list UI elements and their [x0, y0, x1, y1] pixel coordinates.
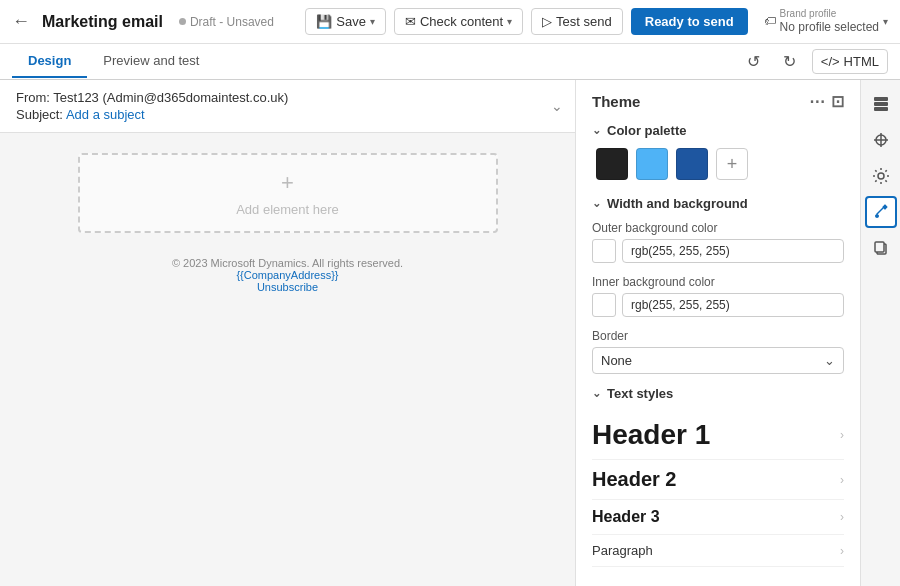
- color-swatch-dark[interactable]: [596, 148, 628, 180]
- add-subject-link[interactable]: Add a subject: [66, 107, 145, 122]
- width-background-toggle[interactable]: ⌄ Width and background: [592, 196, 844, 211]
- check-content-arrow[interactable]: ▾: [507, 16, 512, 27]
- paragraph-label: Paragraph: [592, 543, 653, 558]
- check-content-label: Check content: [420, 14, 503, 29]
- toolbar-right: ↺ ↻ </> HTML: [740, 48, 888, 76]
- html-button[interactable]: </> HTML: [812, 49, 888, 74]
- redo-button[interactable]: ↻: [776, 48, 804, 76]
- save-label: Save: [336, 14, 366, 29]
- text-styles-label: Text styles: [607, 386, 673, 401]
- collapse-meta-button[interactable]: ⌄: [551, 98, 563, 114]
- color-add-button[interactable]: +: [716, 148, 748, 180]
- add-element-box[interactable]: + Add element here: [78, 153, 498, 233]
- svg-rect-1: [874, 102, 888, 106]
- h1-chevron: ›: [840, 428, 844, 442]
- email-footer: © 2023 Microsoft Dynamics. All rights re…: [172, 249, 403, 301]
- theme-expand-icon[interactable]: ⊡: [831, 92, 844, 111]
- brand-profile-arrow[interactable]: ▾: [883, 16, 888, 27]
- border-select[interactable]: None ⌄: [592, 347, 844, 374]
- svg-rect-2: [874, 107, 888, 111]
- h3-label: Header 3: [592, 508, 660, 526]
- border-select-arrow: ⌄: [824, 353, 835, 368]
- undo-button[interactable]: ↺: [740, 48, 768, 76]
- left-panel: From: Test123 (Admin@d365domaintest.co.u…: [0, 80, 575, 586]
- text-styles-arrow: ⌄: [592, 387, 601, 400]
- svg-rect-0: [874, 97, 888, 101]
- tab-preview-and-test[interactable]: Preview and test: [87, 45, 215, 78]
- theme-header: Theme ⋯ ⊡: [592, 92, 844, 111]
- h2-chevron: ›: [840, 473, 844, 487]
- inner-background-input[interactable]: [622, 293, 844, 317]
- tab-design[interactable]: Design: [12, 45, 87, 78]
- footer-company-address[interactable]: {{CompanyAddress}}: [236, 269, 338, 281]
- theme-title: Theme: [592, 93, 640, 110]
- html-label: HTML: [844, 54, 879, 69]
- draft-status: Draft - Unsaved: [190, 15, 274, 29]
- from-field: From: Test123 (Admin@d365domaintest.co.u…: [16, 90, 559, 105]
- h1-label: Header 1: [592, 419, 710, 451]
- paragraph-chevron: ›: [840, 544, 844, 558]
- svg-point-6: [878, 173, 884, 179]
- color-palette-label: Color palette: [607, 123, 686, 138]
- tabs-bar: Design Preview and test ↺ ↻ </> HTML: [0, 44, 900, 80]
- save-icon: 💾: [316, 14, 332, 29]
- layers-icon-button[interactable]: [865, 88, 897, 120]
- settings-icon-button[interactable]: [865, 160, 897, 192]
- ready-to-send-button[interactable]: Ready to send: [631, 8, 748, 35]
- right-sidebar: [860, 80, 900, 586]
- brand-profile-selector[interactable]: 🏷 Brand profile No profile selected ▾: [764, 8, 888, 34]
- save-button[interactable]: 💾 Save ▾: [305, 8, 386, 35]
- html-icon: </>: [821, 54, 840, 69]
- check-content-icon: ✉: [405, 14, 416, 29]
- inner-background-preview[interactable]: [592, 293, 616, 317]
- main-layout: From: Test123 (Admin@d365domaintest.co.u…: [0, 80, 900, 586]
- check-content-button[interactable]: ✉ Check content ▾: [394, 8, 523, 35]
- footer-copyright: © 2023 Microsoft Dynamics. All rights re…: [172, 257, 403, 269]
- color-swatch-light-blue[interactable]: [636, 148, 668, 180]
- right-panel: Theme ⋯ ⊡ ⌄ Color palette + ⌄ Width a: [575, 80, 860, 586]
- copy-icon-button[interactable]: [865, 232, 897, 264]
- save-dropdown-arrow[interactable]: ▾: [370, 16, 375, 27]
- footer-unsubscribe-link[interactable]: Unsubscribe: [257, 281, 318, 293]
- subject-field: Subject: Add a subject: [16, 107, 559, 122]
- brand-profile-value: No profile selected: [780, 20, 879, 34]
- test-send-label: Test send: [556, 14, 612, 29]
- outer-background-preview[interactable]: [592, 239, 616, 263]
- draft-badge: Draft - Unsaved: [179, 15, 274, 29]
- test-send-icon: ▷: [542, 14, 552, 29]
- paint-icon-button[interactable]: [865, 196, 897, 228]
- add-element-plus-icon: +: [281, 170, 294, 196]
- text-style-paragraph[interactable]: Paragraph ›: [592, 535, 844, 567]
- email-canvas: + Add element here © 2023 Microsoft Dyna…: [0, 133, 575, 321]
- theme-header-actions: ⋯ ⊡: [809, 92, 844, 111]
- border-label: Border: [592, 329, 844, 343]
- inner-background-input-row: [592, 293, 844, 317]
- top-bar: ← Marketing email Draft - Unsaved 💾 Save…: [0, 0, 900, 44]
- color-palette: +: [592, 148, 844, 180]
- theme-more-icon[interactable]: ⋯: [809, 92, 825, 111]
- text-styles-toggle[interactable]: ⌄ Text styles: [592, 386, 844, 401]
- email-meta: From: Test123 (Admin@d365domaintest.co.u…: [0, 80, 575, 133]
- svg-rect-9: [875, 242, 884, 252]
- draft-dot: [179, 18, 186, 25]
- h3-chevron: ›: [840, 510, 844, 524]
- page-title: Marketing email: [42, 13, 163, 31]
- outer-background-input[interactable]: [622, 239, 844, 263]
- add-element-label: Add element here: [236, 202, 339, 217]
- h2-label: Header 2: [592, 468, 677, 491]
- back-button[interactable]: ←: [12, 11, 30, 32]
- width-background-arrow: ⌄: [592, 197, 601, 210]
- text-style-h1[interactable]: Header 1 ›: [592, 411, 844, 460]
- outer-background-label: Outer background color: [592, 221, 844, 235]
- text-styles-section: ⌄ Text styles Header 1 › Header 2 › Head…: [592, 386, 844, 567]
- width-background-label: Width and background: [607, 196, 748, 211]
- text-style-h3[interactable]: Header 3 ›: [592, 500, 844, 535]
- theme-panel: Theme ⋯ ⊡ ⌄ Color palette + ⌄ Width a: [576, 80, 860, 579]
- brand-profile-label: Brand profile: [780, 8, 879, 20]
- test-send-button[interactable]: ▷ Test send: [531, 8, 623, 35]
- color-palette-toggle[interactable]: ⌄ Color palette: [592, 123, 844, 138]
- elements-icon-button[interactable]: [865, 124, 897, 156]
- outer-background-input-row: [592, 239, 844, 263]
- text-style-h2[interactable]: Header 2 ›: [592, 460, 844, 500]
- color-swatch-dark-blue[interactable]: [676, 148, 708, 180]
